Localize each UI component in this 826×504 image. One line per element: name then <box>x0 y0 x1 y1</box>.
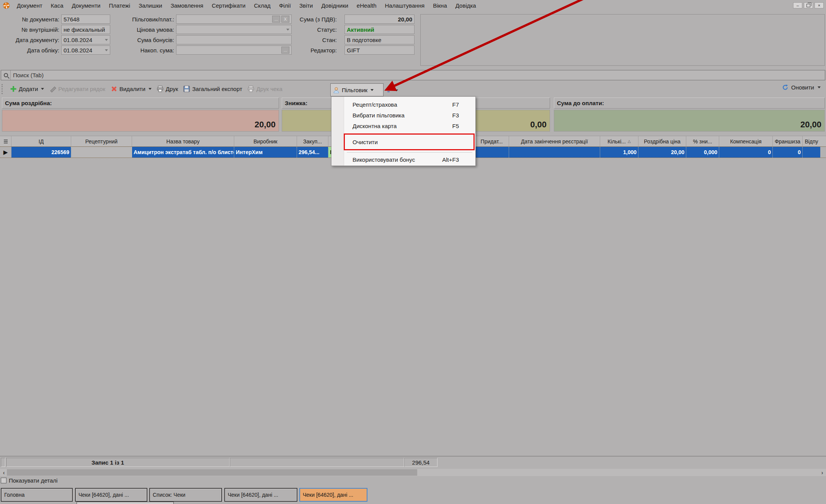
menu-document[interactable]: Документ <box>13 2 47 9</box>
bonus-sum-label: Сума бонусів: <box>111 37 174 43</box>
edit-row-button[interactable]: Редагувати рядок <box>47 84 108 94</box>
column-header-franchise[interactable]: Франшиза <box>773 136 803 146</box>
internal-number-field[interactable]: не фискальный <box>61 25 110 34</box>
cell-id[interactable]: 226569 <box>11 147 71 158</box>
column-options-button[interactable] <box>386 85 406 96</box>
beneficiary-field[interactable]: ... X <box>176 15 292 24</box>
cell-quantity[interactable]: 1,000 <box>600 147 638 158</box>
account-date-label: Дата обліку: <box>0 47 59 54</box>
menu-ehealth[interactable]: eHealth <box>353 2 381 9</box>
menu-item-discount-card[interactable]: Дисконтна картаF5 <box>344 120 475 131</box>
minimize-button[interactable]: – <box>793 2 802 8</box>
search-placeholder: Поиск (Tab) <box>13 72 44 78</box>
show-details-row: Показувати деталі <box>1 477 57 484</box>
purchase-sum-status: 296,54 <box>404 458 437 467</box>
menu-certificates[interactable]: Сертифікати <box>207 2 250 9</box>
show-details-checkbox[interactable] <box>1 478 7 483</box>
window-controls: – × <box>793 2 824 8</box>
add-button[interactable]: Додати <box>7 84 47 94</box>
cell-franchise[interactable]: 0 <box>773 147 803 158</box>
cell-compensation[interactable]: 0 <box>719 147 773 158</box>
tab-checks-2[interactable]: Чеки [64620], дані ... <box>224 488 297 502</box>
search-input[interactable]: Поиск (Tab) <box>1 70 825 80</box>
app-logo-icon <box>3 2 10 9</box>
sum-vat-field: 20,00 <box>344 15 415 24</box>
column-header-compensation[interactable]: Компенсація <box>719 136 773 146</box>
column-header-discount-pct[interactable]: % зни... <box>686 136 719 146</box>
menu-stocks[interactable]: Залишки <box>134 2 167 9</box>
tab-checks-active[interactable]: Чеки [64620], дані ... <box>299 488 367 502</box>
cell-registration-end[interactable] <box>509 147 600 158</box>
column-header-manufacturer[interactable]: Виробник <box>234 136 297 146</box>
bonus-sum-field[interactable] <box>176 35 292 44</box>
menu-item-use-bonus[interactable]: Використовувати бонусAlt+F3 <box>344 154 475 165</box>
menu-warehouse[interactable]: Склад <box>250 2 274 9</box>
close-button[interactable]: × <box>815 2 824 8</box>
restore-button[interactable] <box>804 2 813 8</box>
scrollbar-thumb[interactable] <box>7 469 417 476</box>
print-button[interactable]: Друк <box>154 84 181 94</box>
row-marker: ▶ <box>0 147 11 158</box>
beneficiary-dropdown-button[interactable]: Пільговик <box>330 83 384 96</box>
cell-manufacturer[interactable]: ИнтерХим <box>234 147 297 158</box>
menu-help[interactable]: Довідка <box>451 2 480 9</box>
status-segment <box>1 458 5 467</box>
print-receipt-button[interactable]: Друк чека <box>245 84 285 94</box>
column-header-validity[interactable]: Придат... <box>475 136 509 146</box>
menu-gutter <box>331 97 344 166</box>
menu-windows[interactable]: Вікна <box>429 2 451 9</box>
cell-validity[interactable] <box>475 147 509 158</box>
doc-date-field[interactable]: 01.08.2024 <box>61 35 110 44</box>
person-icon <box>333 87 340 93</box>
shortcut-label: F5 <box>452 123 459 129</box>
tab-main[interactable]: Головна <box>1 488 73 502</box>
column-header-dispense[interactable]: Відпу <box>803 136 820 146</box>
menu-documents[interactable]: Документи <box>67 2 104 9</box>
account-date-field[interactable]: 01.08.2024 <box>61 46 110 55</box>
menu-payments[interactable]: Платежі <box>104 2 134 9</box>
delete-button[interactable]: Видалити <box>108 84 154 94</box>
menu-orders[interactable]: Замовлення <box>167 2 207 9</box>
column-header-retail-price[interactable]: Роздрібна ціна <box>638 136 686 146</box>
column-header-id[interactable]: ІД <box>11 136 71 146</box>
tab-check-list[interactable]: Список: Чеки <box>149 488 222 502</box>
status-bar: Запис 1 із 1 296,54 <box>0 456 826 467</box>
beneficiary-label: Пільговик/плат.: <box>111 16 174 23</box>
chevron-down-icon <box>395 89 398 91</box>
price-condition-select[interactable] <box>176 25 292 34</box>
column-header-prescription[interactable]: Рецептурний <box>71 136 132 146</box>
grid-icon <box>4 139 8 144</box>
scroll-left-arrow[interactable]: ‹ <box>1 470 7 476</box>
general-export-button[interactable]: Загальний експорт <box>181 84 245 94</box>
menu-branches[interactable]: Філії <box>275 2 295 9</box>
cell-discount-pct[interactable]: 0,000 <box>686 147 719 158</box>
column-header-purchase[interactable]: Закуп... <box>297 136 328 146</box>
cell-retail-price[interactable]: 20,00 <box>638 147 686 158</box>
menu-kasa[interactable]: Каса <box>47 2 68 9</box>
sort-ascending-icon: △ <box>628 139 631 143</box>
cell-product-name[interactable]: Амицитрон экстратаб табл. п/о блистер ..… <box>132 147 234 158</box>
menu-item-recipe-insurance[interactable]: Рецепт/страховаF7 <box>344 99 475 110</box>
column-header-registration-end[interactable]: Дата закінчення реєстрації <box>509 136 600 146</box>
tab-checks-1[interactable]: Чеки [64620], дані ... <box>75 488 147 502</box>
column-header-product-name[interactable]: Назва товару <box>132 136 234 146</box>
toolbar-grip[interactable] <box>2 84 4 94</box>
refresh-button[interactable]: Оновити <box>782 84 821 91</box>
pencil-icon <box>49 86 56 92</box>
cell-dispense[interactable] <box>803 147 820 158</box>
printer-icon <box>157 86 163 92</box>
status-badge: Активний <box>347 26 374 33</box>
cell-purchase[interactable]: 296,54... <box>297 147 328 158</box>
cell-prescription[interactable] <box>71 147 132 158</box>
doc-number-field[interactable]: 57648 <box>61 15 110 24</box>
accum-sum-field[interactable]: ... <box>176 46 292 55</box>
chevron-down-icon[interactable] <box>105 49 108 51</box>
menu-settings[interactable]: Налаштування <box>381 2 429 9</box>
menu-directories[interactable]: Довідники <box>317 2 353 9</box>
show-details-label: Показувати деталі <box>9 477 57 484</box>
chevron-down-icon[interactable] <box>105 39 108 41</box>
menu-reports[interactable]: Звіти <box>295 2 317 9</box>
scroll-right-arrow[interactable]: › <box>819 470 825 476</box>
column-header-quantity[interactable]: Кількі...△ <box>600 136 638 146</box>
menu-item-select-beneficiary[interactable]: Вибрати пільговикаF3 <box>344 110 475 120</box>
